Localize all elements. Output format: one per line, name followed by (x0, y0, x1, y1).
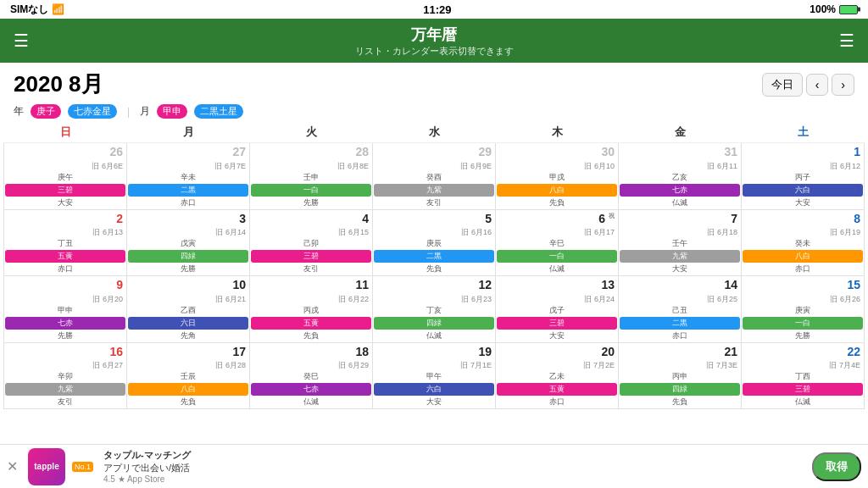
star-badge: 三碧 (743, 383, 863, 396)
calendar-wrap: 日 月 火 水 木 金 土 26 旧 6月6E 庚午 三碧 大安 27 旧 6月… (0, 122, 868, 409)
list-icon[interactable]: ☰ (839, 30, 854, 51)
lunar: 旧 6月19 (743, 227, 863, 238)
ad-get-button[interactable]: 取得 (812, 452, 861, 481)
ad-logo: tapple (28, 448, 65, 485)
day-num: 29 (374, 144, 494, 161)
cell-aug15[interactable]: 15 旧 6月26 庚寅 一白 先勝 (742, 276, 865, 343)
battery-label: 100% (810, 3, 836, 15)
star-badge: 七赤 (5, 317, 125, 330)
status-time: 11:29 (423, 3, 451, 16)
lunar: 旧 6月16 (374, 227, 494, 238)
rokuyo: 先角 (128, 330, 248, 341)
day-num: 1 (743, 144, 863, 161)
star-badge: 八白 (743, 250, 863, 263)
rokuyo: 大安 (5, 197, 125, 208)
lunar: 旧 7月4E (743, 360, 863, 371)
rokuyo: 大安 (374, 396, 494, 408)
cell-aug18[interactable]: 18 旧 6月29 癸巳 七赤 仏滅 (250, 342, 373, 409)
star-badge: 九紫 (5, 383, 125, 396)
th-mon: 月 (127, 122, 250, 143)
cell-jul29[interactable]: 29 旧 6月9E 癸酉 九紫 友引 (373, 143, 496, 210)
lunar: 旧 6月24 (497, 294, 617, 305)
lunar: 旧 6月25 (620, 294, 740, 305)
cell-aug5[interactable]: 5 旧 6月16 庚辰 二黒 先負 (373, 209, 496, 276)
day-num: 8 (743, 211, 863, 228)
rokuyo: 友引 (374, 197, 494, 208)
cell-aug4[interactable]: 4 旧 6月15 己卯 三碧 友引 (250, 209, 373, 276)
hamburger-icon[interactable]: ☰ (14, 30, 29, 51)
star-badge: 二黒 (374, 250, 494, 263)
cell-aug9[interactable]: 9 旧 6月20 甲申 七赤 先勝 (4, 276, 127, 343)
next-month-button[interactable]: › (832, 74, 854, 96)
cell-jul28[interactable]: 28 旧 6月8E 壬申 一白 先勝 (250, 143, 373, 210)
cell-aug10[interactable]: 10 旧 6月21 乙酉 六日 先角 (127, 276, 250, 343)
rokuyo: 赤口 (620, 330, 740, 341)
table-row: 9 旧 6月20 甲申 七赤 先勝 10 旧 6月21 乙酉 六日 先角 11 … (4, 276, 865, 343)
eto: 庚寅 (743, 305, 863, 316)
cell-aug6[interactable]: 6 祝 旧 6月17 辛巳 一白 仏滅 (496, 209, 619, 276)
rokuyo: 仏滅 (497, 263, 617, 274)
th-sat: 土 (742, 122, 865, 143)
cell-aug12[interactable]: 12 旧 6月23 丁亥 四緑 仏滅 (373, 276, 496, 343)
month-label: 月 (140, 104, 150, 119)
year-label: 年 (14, 104, 24, 119)
th-tue: 火 (250, 122, 373, 143)
rokuyo: 大安 (743, 197, 863, 208)
ad-no1: No.1 (72, 462, 93, 472)
eto: 丁亥 (374, 305, 494, 316)
cell-aug16[interactable]: 16 旧 6月27 辛卯 九紫 友引 (4, 342, 127, 409)
day-num: 11 (251, 277, 371, 294)
rokuyo: 先負 (497, 197, 617, 208)
cell-jul31[interactable]: 31 旧 6月11 乙亥 七赤 仏滅 (619, 143, 742, 210)
rokuyo: 先勝 (251, 197, 371, 208)
cell-jul26[interactable]: 26 旧 6月6E 庚午 三碧 大安 (4, 143, 127, 210)
cell-aug3[interactable]: 3 旧 6月14 戊寅 四緑 先勝 (127, 209, 250, 276)
day-num: 20 (497, 344, 617, 361)
cell-aug11[interactable]: 11 旧 6月22 丙戌 五黄 先負 (250, 276, 373, 343)
cell-aug7[interactable]: 7 旧 6月18 壬午 九紫 大安 (619, 209, 742, 276)
cell-aug22[interactable]: 22 旧 7月4E 丁西 三碧 仏滅 (742, 342, 865, 409)
cell-aug20[interactable]: 20 旧 7月2E 乙未 五黄 赤口 (496, 342, 619, 409)
day-num: 15 (743, 277, 863, 294)
cell-aug8[interactable]: 8 旧 6月19 癸未 八白 赤口 (742, 209, 865, 276)
lunar: 旧 7月3E (620, 360, 740, 371)
cell-aug13[interactable]: 13 旧 6月24 戊子 三碧 大安 (496, 276, 619, 343)
rokuyo: 先負 (251, 330, 371, 341)
eto: 辛未 (128, 172, 248, 183)
ad-close-button[interactable]: ✕ (7, 458, 18, 474)
cell-jul30[interactable]: 30 旧 6月10 甲戌 八白 先負 (496, 143, 619, 210)
lunar: 旧 6月21 (128, 294, 248, 305)
cell-aug19[interactable]: 19 旧 7月1E 甲午 六白 大安 (373, 342, 496, 409)
rokuyo: 先負 (620, 396, 740, 408)
th-thu: 木 (496, 122, 619, 143)
cell-jul27[interactable]: 27 旧 6月7E 辛未 二黒 赤口 (127, 143, 250, 210)
eto: 戊子 (497, 305, 617, 316)
day-num: 19 (374, 344, 494, 361)
star-badge: 七赤 (251, 383, 371, 396)
cell-aug14[interactable]: 14 旧 6月25 己丑 二黒 赤口 (619, 276, 742, 343)
ym-divider: | (127, 106, 130, 118)
cell-aug17[interactable]: 17 旧 6月28 壬辰 八白 先負 (127, 342, 250, 409)
carrier-label: SIMなし (10, 3, 48, 17)
cell-aug21[interactable]: 21 旧 7月3E 丙申 四緑 先負 (619, 342, 742, 409)
eto: 甲申 (5, 305, 125, 316)
eto: 己卯 (251, 238, 371, 249)
eto: 乙亥 (620, 172, 740, 183)
cell-aug2[interactable]: 2 旧 6月13 丁丑 五黄 赤口 (4, 209, 127, 276)
eto: 乙未 (497, 371, 617, 382)
day-num: 31 (620, 144, 740, 161)
cell-aug1[interactable]: 1 旧 6月12 丙子 六白 大安 (742, 143, 865, 210)
year-eto-tag: 庚子 (31, 104, 61, 119)
day-num: 14 (620, 277, 740, 294)
ad-title: タップル-マッチング (103, 449, 805, 462)
eto: 丙申 (620, 371, 740, 382)
table-row: 16 旧 6月27 辛卯 九紫 友引 17 旧 6月28 壬辰 八白 先負 18… (4, 342, 865, 409)
no1-badge: No.1 (72, 462, 93, 472)
lunar: 旧 6月12 (743, 161, 863, 172)
prev-month-button[interactable]: ‹ (806, 74, 829, 96)
day-num: 17 (128, 344, 248, 361)
lunar: 旧 6月15 (251, 227, 371, 238)
today-button[interactable]: 今日 (762, 73, 803, 97)
wifi-icon: 📶 (52, 3, 64, 15)
rokuyo: 先負 (128, 396, 248, 408)
